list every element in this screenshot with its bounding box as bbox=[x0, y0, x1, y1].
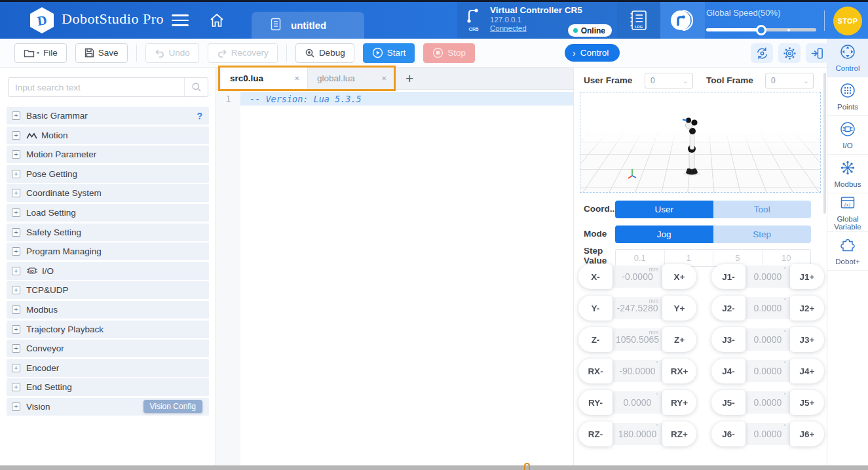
log-button[interactable]: LOG bbox=[617, 2, 660, 39]
j2-plus-button[interactable]: J2+ bbox=[790, 296, 824, 321]
control-panel-toggle[interactable]: › Control bbox=[565, 44, 620, 62]
home-icon[interactable] bbox=[208, 12, 225, 31]
x-plus-button[interactable]: X+ bbox=[662, 264, 696, 289]
expand-icon[interactable]: + bbox=[12, 286, 20, 294]
undo-button[interactable]: Undo bbox=[145, 43, 199, 63]
search-icon[interactable] bbox=[184, 78, 208, 96]
sidebar-item-trajectory-playback[interactable]: +Trajectory Playback bbox=[7, 321, 209, 338]
j3-plus-button[interactable]: J3+ bbox=[790, 327, 824, 352]
j5-minus-button[interactable]: J5- bbox=[711, 390, 745, 415]
expand-icon[interactable]: + bbox=[12, 247, 20, 256]
document-tab-untitled[interactable]: untitled bbox=[252, 12, 364, 39]
sidebar-item-load-setting[interactable]: +Load Setting bbox=[7, 204, 209, 222]
expand-icon[interactable]: + bbox=[12, 170, 20, 178]
settings-gear-icon[interactable] bbox=[778, 43, 801, 63]
help-icon[interactable]: ? bbox=[197, 111, 202, 121]
rz-minus-button[interactable]: RZ- bbox=[578, 421, 613, 446]
expand-icon[interactable]: + bbox=[12, 189, 20, 197]
sidebar-item-conveyor[interactable]: +Conveyor bbox=[7, 340, 209, 357]
coord-option-user[interactable]: User bbox=[615, 201, 713, 218]
rx-plus-button[interactable]: RX+ bbox=[662, 359, 696, 383]
expand-icon[interactable]: + bbox=[12, 383, 20, 391]
close-tab-icon[interactable]: × bbox=[294, 73, 299, 83]
sidebar-item-modbus[interactable]: +Modbus bbox=[7, 301, 209, 319]
expand-icon[interactable]: + bbox=[12, 150, 20, 159]
ry-plus-button[interactable]: RY+ bbox=[662, 390, 696, 415]
sidebar-item-end-setting[interactable]: +End Setting bbox=[7, 378, 209, 396]
mode-option-step[interactable]: Step bbox=[713, 225, 812, 243]
menu-icon[interactable] bbox=[172, 14, 189, 27]
expand-icon[interactable]: + bbox=[12, 208, 20, 217]
debug-button[interactable]: Debug bbox=[295, 43, 354, 63]
rail-item-global-variable[interactable]: (x)Global Variable bbox=[827, 193, 868, 232]
file-button[interactable]: ▾ File bbox=[14, 43, 67, 63]
z-minus-button[interactable]: Z- bbox=[578, 327, 613, 352]
expand-icon[interactable]: + bbox=[12, 325, 20, 334]
sidebar-item-motion-parameter[interactable]: +Motion Parameter bbox=[7, 146, 209, 163]
j1-minus-button[interactable]: J1- bbox=[711, 264, 745, 289]
j2-minus-button[interactable]: J2- bbox=[711, 296, 745, 321]
y-minus-button[interactable]: Y- bbox=[578, 296, 613, 321]
robot-3d-viewport[interactable] bbox=[580, 92, 821, 193]
sidebar-item-pose-getting[interactable]: +Pose Getting bbox=[7, 165, 209, 183]
j3-minus-button[interactable]: J3- bbox=[711, 327, 745, 352]
start-button[interactable]: Start bbox=[363, 43, 415, 63]
rail-item-modbus[interactable]: Modbus bbox=[827, 155, 868, 193]
j1-plus-button[interactable]: J1+ bbox=[790, 264, 824, 289]
emergency-stop-button[interactable]: STOP bbox=[833, 7, 862, 35]
close-tab-icon[interactable]: × bbox=[381, 73, 387, 83]
save-button[interactable]: Save bbox=[75, 43, 128, 63]
collapse-panel-icon[interactable] bbox=[806, 43, 828, 63]
new-tab-button[interactable]: + bbox=[406, 71, 413, 85]
expand-icon[interactable]: + bbox=[12, 402, 20, 411]
sidebar-item-coordinate-system[interactable]: +Coordinate System bbox=[7, 184, 209, 202]
rz-plus-button[interactable]: RZ+ bbox=[662, 421, 696, 446]
stop-button[interactable]: Stop bbox=[423, 43, 475, 63]
panel-scrollbar[interactable] bbox=[823, 73, 826, 214]
sidebar-item-i-o[interactable]: +IOI/O bbox=[7, 262, 209, 280]
horizontal-scrollbar[interactable] bbox=[0, 465, 868, 470]
j4-plus-button[interactable]: J4+ bbox=[790, 359, 824, 383]
expand-icon[interactable]: + bbox=[12, 364, 20, 372]
z-plus-button[interactable]: Z+ bbox=[662, 327, 696, 352]
y-plus-button[interactable]: Y+ bbox=[662, 296, 696, 321]
j6-minus-button[interactable]: J6- bbox=[711, 421, 745, 446]
expand-icon[interactable]: + bbox=[12, 228, 20, 237]
search-input[interactable] bbox=[9, 83, 184, 92]
user-frame-select[interactable]: 0⌄ bbox=[645, 73, 693, 88]
j6-plus-button[interactable]: J6+ bbox=[790, 421, 824, 446]
mode-option-jog[interactable]: Jog bbox=[615, 225, 713, 243]
expand-icon[interactable]: + bbox=[12, 111, 20, 120]
editor-tab-src0-lua[interactable]: src0.lua× bbox=[221, 68, 308, 89]
j5-plus-button[interactable]: J5+ bbox=[790, 390, 824, 415]
robot-mode-button[interactable] bbox=[660, 2, 705, 39]
slider-handle[interactable] bbox=[756, 25, 766, 35]
rail-item-dobot[interactable]: Dobot+ bbox=[827, 232, 868, 271]
editor-tab-global-lua[interactable]: global.lua× bbox=[308, 68, 395, 89]
rail-item-points[interactable]: Points bbox=[827, 77, 868, 116]
expand-icon[interactable]: + bbox=[12, 344, 20, 353]
sidebar-item-tcp-udp[interactable]: +TCP&UDP bbox=[7, 281, 209, 299]
sidebar-item-basic-grammar[interactable]: +Basic Grammar? bbox=[7, 107, 209, 125]
expand-icon[interactable]: + bbox=[12, 267, 20, 275]
recovery-button[interactable]: Recovery bbox=[208, 43, 278, 63]
x-minus-button[interactable]: X- bbox=[578, 264, 613, 289]
sidebar-item-vision[interactable]: +VisionVision Config bbox=[7, 398, 209, 416]
rx-minus-button[interactable]: RX- bbox=[578, 359, 613, 383]
ry-minus-button[interactable]: RY- bbox=[578, 390, 613, 415]
vision-config-button[interactable]: Vision Config bbox=[143, 400, 203, 413]
tool-frame-select[interactable]: 0⌄ bbox=[765, 73, 814, 88]
sidebar-item-motion[interactable]: +Motion bbox=[7, 127, 209, 144]
j4-minus-button[interactable]: J4- bbox=[711, 359, 745, 383]
sidebar-item-safety-setting[interactable]: +Safety Setting bbox=[7, 224, 209, 241]
editor-current-line[interactable]: -- Version: Lua 5.3.5 bbox=[240, 92, 573, 106]
calibration-sync-icon[interactable] bbox=[751, 43, 773, 63]
expand-icon[interactable]: + bbox=[12, 305, 20, 314]
sidebar-item-program-managing[interactable]: +Program Managing bbox=[7, 243, 209, 260]
expand-icon[interactable]: + bbox=[12, 131, 20, 140]
rail-item-i-o[interactable]: I/O bbox=[827, 116, 868, 155]
sidebar-item-encoder[interactable]: +Encoder bbox=[7, 359, 209, 377]
rail-item-control[interactable]: Control bbox=[827, 39, 868, 77]
global-speed-slider[interactable] bbox=[706, 28, 816, 31]
coord-option-tool[interactable]: Tool bbox=[713, 201, 812, 218]
